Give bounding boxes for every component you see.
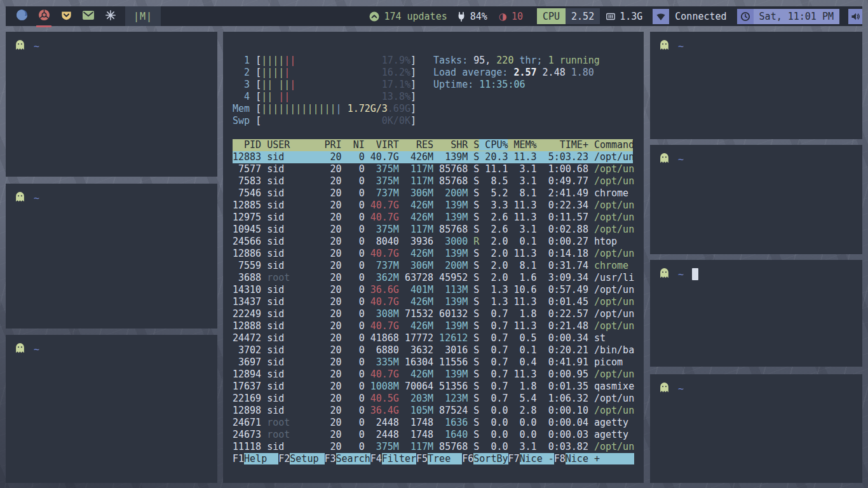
terminal-window-left-3[interactable]: ~ [6, 335, 217, 483]
process-row[interactable]: 11118 sid 20 0 375M 117M 85768 S 0.0 3.1… [233, 441, 633, 453]
fkey-label[interactable]: SortBy [473, 453, 508, 464]
shell-prompt: ~ [660, 40, 684, 52]
cpu-widget: CPU 2.52 [537, 8, 600, 24]
shell-prompt: ~ [15, 343, 39, 355]
process-row[interactable]: 3702 sid 20 0 6880 3632 3016 S 0.7 0.1 0… [233, 344, 633, 356]
prompt-path: ~ [678, 41, 684, 52]
terminal-cursor [692, 268, 698, 280]
process-row[interactable]: 12898 sid 20 0 36.4G 105M 87524 S 0.0 2.… [233, 405, 633, 417]
memory-value: 1.3G [620, 11, 642, 22]
power-percent: 84% [470, 11, 487, 22]
fkey-label[interactable]: Help [244, 453, 278, 464]
clock-widget[interactable]: Sat, 11:01 PM [737, 9, 839, 24]
ghost-prompt-icon [660, 152, 669, 166]
process-row[interactable]: 24566 sid 20 0 8040 3936 3000 R 2.0 0.1 … [233, 236, 633, 248]
prompt-path: ~ [34, 193, 39, 204]
process-row[interactable]: 12894 sid 20 0 40.7G 426M 139M S 0.7 11.… [233, 369, 633, 381]
htop-process-table: PID USER PRI NI VIRT RES SHR S CPU% MEM%… [233, 139, 633, 465]
shell-prompt: ~ [660, 383, 684, 395]
process-row[interactable]: 7577 sid 20 0 375M 117M 85768 S 11.1 3.1… [233, 163, 633, 175]
meter-row: 3 [|| ||| 17.1%] [233, 79, 416, 91]
process-row[interactable]: 3697 sid 20 0 335M 16304 11556 S 0.7 0.4… [233, 356, 633, 369]
fkey-f1[interactable]: F1 [233, 453, 244, 464]
pocket-icon [60, 10, 72, 24]
layout-indicator[interactable]: |M| [125, 6, 161, 26]
updates-widget[interactable]: 174 updates [369, 11, 447, 22]
power-widget: 84% [456, 11, 487, 22]
process-row[interactable]: 12888 sid 20 0 40.7G 426M 139M S 0.7 11.… [233, 320, 633, 332]
prompt-path: ~ [34, 41, 39, 52]
fkey-label[interactable]: Filter [382, 453, 416, 464]
fkey-f8[interactable]: F8 [554, 453, 566, 464]
network-status: Connected [675, 11, 726, 22]
process-row[interactable]: 22249 sid 20 0 308M 71532 60132 S 0.7 1.… [233, 308, 633, 320]
process-row[interactable]: 24673 root 20 0 2448 1748 1640 S 0.0 0.0… [233, 429, 633, 441]
workspace-chrome[interactable] [37, 6, 50, 26]
process-row[interactable]: 24472 sid 20 0 41868 17772 12612 S 0.7 0… [233, 332, 633, 344]
process-row[interactable]: 7546 sid 20 0 737M 306M 200M S 5.2 8.1 2… [233, 187, 633, 200]
process-row[interactable]: 7583 sid 20 0 375M 117M 85768 S 8.5 3.1 … [233, 175, 633, 187]
chrome-icon [38, 9, 50, 24]
speaker-icon [848, 9, 862, 24]
fkey-label[interactable]: Tree [428, 453, 462, 464]
fkey-label[interactable]: Nice - [520, 453, 554, 464]
terminal-window-right-4[interactable]: ~ [650, 374, 862, 483]
process-row[interactable]: 3688 root 20 0 362M 63728 45952 S 2.0 1.… [233, 272, 633, 284]
clock-icon [737, 9, 754, 24]
updates-count: 174 updates [384, 11, 447, 22]
meter-row: 1 [|||||| 17.9%] [233, 55, 416, 67]
ghost-prompt-icon [15, 342, 25, 356]
prompt-path: ~ [678, 383, 684, 395]
process-table-header[interactable]: PID USER PRI NI VIRT RES SHR S CPU% MEM%… [233, 139, 633, 151]
fkey-f4[interactable]: F4 [370, 453, 382, 464]
terminal-window-right-1[interactable]: ~ [650, 32, 862, 139]
fkey-label[interactable]: Setup [290, 453, 324, 464]
workspace-firefox[interactable] [15, 6, 28, 26]
meter-row: Mem [|||||||||||||| 1.72G/3.69G] [233, 103, 416, 115]
process-row-selected[interactable]: 12883 sid 20 0 40.7G 426M 139M S 20.3 11… [233, 151, 633, 163]
summary-line: Load average: 2.57 2.48 1.80 [433, 67, 600, 79]
fkey-f6[interactable]: F6 [462, 453, 473, 464]
volume-widget[interactable] [848, 9, 862, 24]
process-row[interactable]: 17637 sid 20 0 1008M 70064 51356 S 0.7 1… [233, 381, 633, 393]
htop-summary: Tasks: 95, 220 thr; 1 runningLoad averag… [433, 55, 600, 91]
sort-column-header[interactable]: CPU% [479, 139, 508, 151]
ghost-prompt-icon [660, 268, 669, 281]
process-row[interactable]: 12975 sid 20 0 40.7G 426M 139M S 2.6 11.… [233, 212, 633, 224]
workspace-mail[interactable] [82, 6, 95, 26]
process-row[interactable]: 12886 sid 20 0 40.7G 426M 139M S 2.0 11.… [233, 248, 633, 260]
workspace-snowflake[interactable] [104, 6, 117, 26]
terminal-window-htop[interactable]: 1 [|||||| 17.9%] 2 [||||| 16.2%] 3 [|| |… [223, 32, 644, 483]
process-row[interactable]: 14310 sid 20 0 36.6G 401M 113M S 1.3 10.… [233, 284, 633, 296]
process-row[interactable]: 12885 sid 20 0 40.7G 426M 139M S 3.3 11.… [233, 200, 633, 212]
network-widget[interactable]: Connected [653, 9, 726, 24]
fkey-f3[interactable]: F3 [325, 453, 336, 464]
prompt-path: ~ [678, 269, 684, 280]
memory-widget: 1.3G [606, 11, 642, 22]
fkey-f5[interactable]: F5 [416, 453, 428, 464]
meter-row: 2 [||||| 16.2%] [233, 67, 416, 79]
function-key-bar: F1Help F2Setup F3SearchF4FilterF5Tree F6… [233, 453, 633, 465]
prompt-path: ~ [678, 154, 684, 165]
workspace-pocket[interactable] [60, 6, 72, 26]
fkey-f2[interactable]: F2 [278, 453, 290, 464]
terminal-window-left-1[interactable]: ~ [6, 32, 217, 177]
desktop: { "bar": { "workspaces": [ {"id": "firef… [0, 0, 868, 488]
terminal-window-left-2[interactable]: ~ [6, 184, 217, 329]
firefox-icon [16, 9, 28, 24]
htop-meters: 1 [|||||| 17.9%] 2 [||||| 16.2%] 3 [|| |… [233, 55, 416, 127]
fkey-label[interactable]: Search [336, 453, 370, 464]
status-bar: |M| 174 updates 84% ◑ 10 CPU 2.52 1. [6, 6, 862, 26]
process-row[interactable]: 22169 sid 20 0 40.5G 203M 123M S 0.7 5.4… [233, 393, 633, 405]
fkey-label[interactable]: Nice + [566, 453, 600, 464]
process-row[interactable]: 10945 sid 20 0 375M 117M 85768 S 2.6 3.1… [233, 224, 633, 236]
terminal-window-right-2[interactable]: ~ [650, 145, 862, 254]
process-row[interactable]: 7559 sid 20 0 737M 306M 200M S 2.0 8.1 0… [233, 260, 633, 272]
terminal-window-right-3-focused[interactable]: ~ [650, 260, 862, 367]
process-row[interactable]: 24671 root 20 0 2448 1748 1636 S 0.0 0.0… [233, 417, 633, 429]
alert-widget: ◑ 10 [499, 11, 523, 22]
fkey-f7[interactable]: F7 [508, 453, 520, 464]
process-row[interactable]: 13437 sid 20 0 40.7G 426M 139M S 1.3 11.… [233, 296, 633, 308]
plug-icon [456, 11, 466, 22]
shell-prompt: ~ [15, 192, 39, 204]
